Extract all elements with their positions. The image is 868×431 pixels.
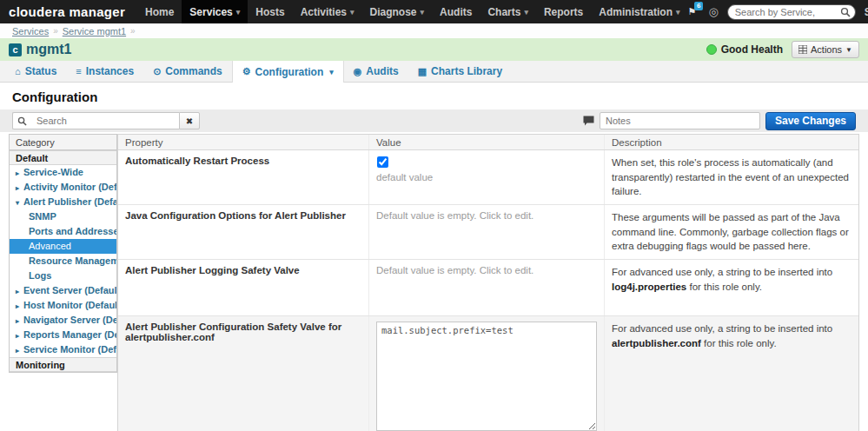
nav-diagnose[interactable]: Diagnose	[362, 0, 433, 23]
table-row: Alert Publisher Logging Safety Valve Def…	[118, 260, 858, 316]
default-value-note: default value	[376, 172, 597, 182]
header-description: Description	[605, 135, 858, 149]
configuration-content: Category Default ▸Service-Wide ▸Activity…	[0, 132, 868, 431]
config-search-group: ✖	[12, 112, 200, 129]
service-title: mgmt1	[26, 42, 71, 57]
sidebar-section-default: Default	[10, 150, 116, 165]
category-header: Category	[10, 135, 116, 150]
list-icon: ≡	[76, 66, 81, 76]
breadcrumb-separator	[53, 26, 58, 36]
category-sidebar: Category Default ▸Service-Wide ▸Activity…	[9, 134, 117, 373]
nav-audits[interactable]: Audits	[432, 0, 480, 23]
empty-value-edit-link[interactable]: Default value is empty. Click to edit.	[368, 205, 605, 259]
service-type-icon: c	[9, 43, 22, 56]
topnav-right-group: ⚑6 ◎ Support admin	[688, 4, 868, 20]
property-description: For advanced use only, a string to be in…	[605, 260, 858, 315]
cloudera-manager-logo[interactable]: cloudera manager	[9, 4, 125, 19]
actions-button[interactable]: Actions ▼	[792, 41, 859, 58]
nav-reports[interactable]: Reports	[536, 0, 591, 23]
health-good-icon	[706, 44, 717, 55]
breadcrumb-separator	[130, 26, 136, 36]
health-label: Good Health	[721, 43, 783, 56]
chevron-right-icon: ▸	[16, 328, 23, 342]
config-properties-table: Property Value Description Automatically…	[117, 134, 859, 431]
table-row: Java Configuration Options for Alert Pub…	[118, 205, 858, 260]
clear-search-button[interactable]: ✖	[179, 112, 200, 129]
nav-activities[interactable]: Activities	[293, 0, 362, 23]
tab-charts-library[interactable]: ▦Charts Library	[408, 61, 512, 82]
breadcrumb-service-mgmt1[interactable]: Service mgmt1	[63, 26, 126, 36]
header-value: Value	[368, 135, 605, 149]
tab-audits[interactable]: ◉Audits	[344, 61, 408, 82]
chevron-down-icon: ▼	[845, 46, 852, 54]
sidebar-item-advanced[interactable]: Advanced	[10, 239, 116, 254]
config-toolbar: ✖ Save Changes	[0, 109, 868, 132]
sidebar-item-ports-and-addresses[interactable]: Ports and Addresses	[10, 224, 116, 239]
nav-services[interactable]: Services	[182, 0, 248, 23]
notes-input[interactable]	[600, 112, 760, 129]
chevron-down-icon: ▾	[329, 68, 334, 76]
header-property: Property	[118, 135, 368, 149]
breadcrumb-services[interactable]: Services	[12, 26, 49, 36]
auto-restart-checkbox[interactable]	[377, 156, 388, 168]
sidebar-item-activity-monitor[interactable]: ▸Activity Monitor (Default)	[10, 180, 116, 195]
top-navigation-bar: cloudera manager Home Services Hosts Act…	[0, 0, 868, 23]
sidebar-section-monitoring: Monitoring	[10, 357, 116, 372]
gear-icon[interactable]: ◎	[708, 5, 718, 18]
chevron-right-icon: ▸	[16, 284, 23, 298]
global-search-input[interactable]	[727, 4, 856, 20]
sidebar-item-resource-management[interactable]: Resource Management	[10, 254, 116, 269]
property-description: For advanced use only, a string to be in…	[605, 316, 858, 431]
config-search-input[interactable]	[31, 112, 179, 129]
tab-commands[interactable]: ⊙Commands	[143, 61, 232, 82]
table-header-row: Property Value Description	[118, 135, 858, 150]
property-name: Alert Publisher Logging Safety Valve	[118, 260, 368, 315]
property-name: Alert Publisher Configuration Safety Val…	[118, 316, 368, 431]
safety-valve-textarea[interactable]: mail.subject.prefix=test	[376, 322, 597, 431]
tab-configuration[interactable]: ⚙Configuration▾	[232, 61, 344, 83]
sidebar-item-host-monitor[interactable]: ▸Host Monitor (Default)	[10, 298, 116, 313]
tab-instances[interactable]: ≡Instances	[66, 61, 143, 82]
save-changes-button[interactable]: Save Changes	[765, 112, 856, 130]
sidebar-item-snmp[interactable]: SNMP	[10, 209, 116, 224]
breadcrumb: Services Service mgmt1	[0, 23, 868, 38]
support-menu[interactable]: Support	[865, 6, 868, 18]
home-icon: ⌂	[15, 66, 21, 76]
sidebar-item-alert-publisher[interactable]: ▾Alert Publisher (Default)	[10, 195, 116, 209]
chevron-right-icon: ▸	[16, 166, 23, 180]
sidebar-item-logs[interactable]: Logs	[10, 269, 116, 283]
sidebar-item-navigator-server[interactable]: ▸Navigator Server (Default)	[10, 313, 116, 328]
nav-hosts[interactable]: Hosts	[248, 0, 292, 23]
grid-icon	[798, 45, 807, 54]
comment-icon	[583, 116, 594, 126]
table-row: Alert Publisher Configuration Safety Val…	[118, 316, 858, 431]
search-icon	[12, 112, 31, 129]
property-description: When set, this role's process is automat…	[605, 150, 858, 204]
health-status: Good Health	[706, 43, 783, 56]
eye-icon: ◉	[354, 66, 362, 77]
sidebar-item-service-wide[interactable]: ▸Service-Wide	[10, 165, 116, 180]
commands-count-badge: 6	[694, 2, 703, 10]
clock-icon: ⊙	[153, 66, 161, 77]
tab-status[interactable]: ⌂Status	[5, 61, 66, 82]
service-header-bar: c mgmt1 Good Health Actions ▼	[0, 38, 868, 61]
sidebar-item-reports-manager[interactable]: ▸Reports Manager (Default)	[10, 328, 116, 342]
chevron-right-icon: ▸	[16, 343, 23, 357]
nav-home[interactable]: Home	[137, 0, 182, 23]
service-tabbar: ⌂Status ≡Instances ⊙Commands ⚙Configurat…	[0, 61, 868, 83]
chevron-down-icon: ▾	[16, 196, 23, 209]
sidebar-item-event-server[interactable]: ▸Event Server (Default)	[10, 283, 116, 298]
empty-value-edit-link[interactable]: Default value is empty. Click to edit.	[368, 260, 605, 315]
running-commands-icon[interactable]: ⚑6	[688, 6, 700, 17]
sidebar-item-service-monitor[interactable]: ▸Service Monitor (Default)	[10, 342, 116, 357]
page-title: Configuration	[0, 83, 868, 109]
property-name: Automatically Restart Process	[118, 150, 368, 204]
nav-charts[interactable]: Charts	[480, 0, 536, 23]
nav-administration[interactable]: Administration	[591, 0, 687, 23]
main-menu: Home Services Hosts Activities Diagnose …	[137, 0, 687, 23]
global-search	[727, 4, 856, 20]
chevron-right-icon: ▸	[16, 314, 23, 328]
chevron-right-icon: ▸	[16, 181, 23, 195]
table-row: Automatically Restart Process default va…	[118, 150, 858, 205]
chevron-right-icon: ▸	[16, 299, 23, 313]
